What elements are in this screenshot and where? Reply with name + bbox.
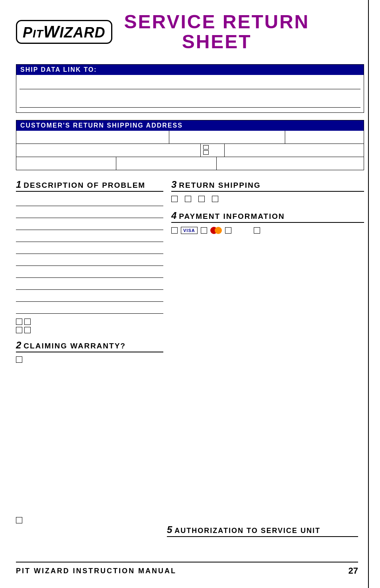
addr-row-2 [16, 144, 364, 157]
auth-bottom-left [16, 517, 22, 525]
desc-cb-4[interactable] [24, 327, 31, 333]
ship-data-line-1[interactable] [20, 78, 360, 89]
return-cb-2[interactable] [185, 196, 191, 202]
addr-cell-city[interactable] [169, 131, 285, 144]
right-column: 3 RETURN SHIPPING 4 PAYMENT INFORMATION [171, 179, 364, 364]
payment-cb-4[interactable] [254, 227, 260, 234]
desc-cb-1[interactable] [16, 319, 22, 325]
customer-return-header: CUSTOMER'S RETURN SHIPPING ADDRESS [16, 120, 364, 131]
payment-cb-3[interactable] [225, 227, 231, 234]
footer-page: 27 [349, 566, 358, 576]
auth-cb-bottom[interactable] [16, 517, 22, 523]
warranty-cb-1[interactable] [16, 356, 22, 363]
ship-data-line-2[interactable] [20, 96, 360, 108]
return-shipping-title: 3 RETURN SHIPPING [171, 179, 364, 192]
ship-data-section: SHIP DATA LINK TO: [16, 64, 364, 113]
addr-cell-address[interactable] [16, 144, 201, 157]
payment-icons-row: VISA [171, 227, 364, 234]
visa-icon: VISA [181, 227, 198, 234]
addr-cell-checkbox-col [201, 144, 225, 157]
desc-line-8[interactable] [16, 279, 163, 290]
desc-cb-3[interactable] [16, 327, 22, 333]
mastercard-icon [210, 227, 222, 234]
warranty-title: 2 CLAIMING WARRANTY? [16, 340, 163, 352]
return-cb-4[interactable] [212, 196, 218, 202]
ship-data-header: SHIP DATA LINK TO: [16, 65, 364, 75]
return-cb-1[interactable] [171, 196, 178, 202]
header: PITWIZARD SERVICE RETURN SHEET [16, 12, 364, 52]
authorization-num: 5 [167, 524, 173, 535]
left-column: 1 DESCRIPTION OF PROBLEM [16, 179, 163, 364]
addr-checkbox-2[interactable] [203, 150, 209, 155]
authorization-title: 5 AUTHORIZATION TO SERVICE UNIT [167, 524, 358, 537]
customer-return-section: CUSTOMER'S RETURN SHIPPING ADDRESS [16, 120, 364, 170]
return-shipping-label: RETURN SHIPPING [179, 181, 261, 190]
warranty-section: 2 CLAIMING WARRANTY? [16, 340, 163, 364]
addr-cell-email[interactable] [217, 157, 364, 170]
description-label: DESCRIPTION OF PROBLEM [24, 181, 145, 190]
addr-cell-fax[interactable] [116, 157, 216, 170]
description-num: 1 [16, 179, 22, 190]
main-columns: 1 DESCRIPTION OF PROBLEM [16, 179, 364, 364]
payment-section: 4 PAYMENT INFORMATION VISA [171, 210, 364, 234]
addr-cell-name[interactable] [16, 131, 169, 144]
payment-title: 4 PAYMENT INFORMATION [171, 210, 364, 223]
addr-cell-zip[interactable] [225, 144, 364, 157]
desc-line-1[interactable] [16, 196, 163, 206]
authorization-label: AUTHORIZATION TO SERVICE UNIT [174, 527, 320, 535]
payment-num: 4 [171, 210, 177, 221]
addr-row-1 [16, 131, 364, 144]
desc-line-9[interactable] [16, 291, 163, 302]
addr-cell-state[interactable] [285, 131, 364, 144]
desc-line-10[interactable] [16, 303, 163, 314]
return-shipping-cbs [171, 196, 364, 202]
addr-cell-phone[interactable] [16, 157, 116, 170]
return-cb-3[interactable] [198, 196, 205, 202]
desc-line-2[interactable] [16, 208, 163, 218]
page: PITWIZARD SERVICE RETURN SHEET SHIP DATA… [0, 0, 380, 588]
warranty-cb-area [16, 356, 163, 364]
addr-row-3 [16, 157, 364, 170]
desc-checkbox-area [16, 319, 163, 333]
logo-text: PITWIZARD [23, 24, 106, 40]
return-shipping-section: 3 RETURN SHIPPING [171, 179, 364, 202]
payment-cb-2[interactable] [201, 227, 207, 234]
desc-line-4[interactable] [16, 232, 163, 242]
warranty-num: 2 [16, 340, 22, 351]
desc-line-5[interactable] [16, 244, 163, 254]
warranty-label: CLAIMING WARRANTY? [24, 342, 126, 350]
logo: PITWIZARD [16, 20, 112, 44]
return-shipping-num: 3 [171, 179, 177, 190]
page-title: SERVICE RETURN [124, 12, 309, 32]
description-lines [16, 196, 163, 314]
title-block: SERVICE RETURN SHEET [124, 12, 309, 52]
authorization-section: 5 AUTHORIZATION TO SERVICE UNIT [167, 524, 358, 540]
desc-cb-2[interactable] [24, 319, 31, 325]
footer-text: PIT WIZARD INSTRUCTION MANUAL [16, 567, 176, 575]
description-title: 1 DESCRIPTION OF PROBLEM [16, 179, 163, 192]
addr-checkbox-1[interactable] [203, 145, 209, 149]
desc-checkboxes-grid [16, 319, 31, 333]
footer: PIT WIZARD INSTRUCTION MANUAL 27 [16, 562, 358, 576]
ship-data-body [16, 75, 364, 112]
page-subtitle: SHEET [124, 32, 309, 52]
payment-cb-1[interactable] [171, 227, 178, 234]
desc-line-3[interactable] [16, 220, 163, 230]
payment-label: PAYMENT INFORMATION [179, 212, 285, 221]
desc-line-7[interactable] [16, 267, 163, 278]
customer-return-body [16, 131, 364, 170]
desc-line-6[interactable] [16, 256, 163, 266]
